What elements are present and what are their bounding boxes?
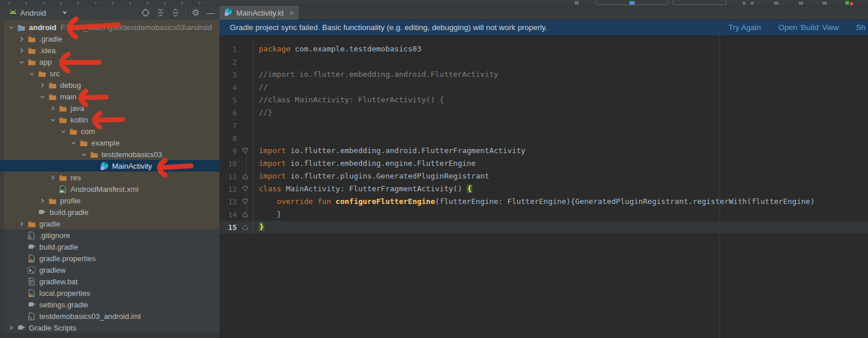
line-number[interactable]: 15 <box>219 223 237 232</box>
tree-item-androidmanifest-xml[interactable]: MFAndroidManifest.xml <box>0 183 219 195</box>
show-log-link-clipped[interactable]: Sh <box>856 23 866 32</box>
tree-item-build-gradle[interactable]: build.gradle <box>0 241 219 252</box>
project-view-selector[interactable]: Android <box>20 9 46 17</box>
tree-item-android[interactable]: androidF:\Dart_flutter\gstx\testdemobasi… <box>0 21 219 33</box>
chevron-right-icon[interactable] <box>17 46 25 54</box>
line-number[interactable]: 5 <box>219 96 237 105</box>
chevron-right-icon[interactable] <box>17 35 25 43</box>
code-line-7[interactable]: 7 <box>219 119 868 132</box>
code-line-3[interactable]: 3//import io.flutter.embedding.android.F… <box>219 68 868 81</box>
code-line-4[interactable]: 4// <box>219 81 868 94</box>
line-number[interactable]: 9 <box>219 147 237 155</box>
line-number[interactable]: 14 <box>219 210 237 219</box>
code-line-13[interactable]: 13 override fun configureFlutterEngine(f… <box>219 195 868 208</box>
tree-item-app[interactable]: app <box>0 56 219 68</box>
line-number[interactable]: 3 <box>219 70 237 79</box>
toolbar-icon-fragment <box>181 2 183 5</box>
chevron-down-icon[interactable] <box>7 23 15 31</box>
tree-item-res[interactable]: res <box>0 172 219 183</box>
chevron-down-icon[interactable] <box>69 139 77 147</box>
tree-item-com[interactable]: com <box>0 125 219 137</box>
tree-item-mainactivity[interactable]: MainActivity <box>0 160 219 172</box>
try-again-link[interactable]: Try Again <box>728 23 761 32</box>
tree-item-testdemobasics03-android-iml[interactable]: testdemobasics03_android.iml <box>0 310 219 322</box>
hide-panel-icon[interactable]: — <box>206 8 216 18</box>
tree-item-gradle[interactable]: gradle <box>0 218 219 229</box>
tree-indent-spacer <box>17 254 25 262</box>
tree-item-java[interactable]: java <box>0 102 219 114</box>
code-line-2[interactable]: 2 <box>219 55 868 68</box>
tree-item-gradlew[interactable]: gradlew <box>0 264 219 276</box>
code-line-12[interactable]: 12class MainActivity: FlutterFragmentAct… <box>219 183 868 195</box>
chevron-down-icon[interactable] <box>17 58 25 66</box>
tree-item-main[interactable]: main <box>0 91 219 102</box>
chevron-down-icon[interactable] <box>62 12 67 14</box>
chevron-down-icon[interactable] <box>59 127 67 135</box>
tree-item-gradle-scripts[interactable]: Gradle Scripts <box>0 322 219 333</box>
code-line-8[interactable]: 8 <box>219 132 868 144</box>
fold-marker-icon[interactable] <box>237 224 253 230</box>
line-number[interactable]: 8 <box>219 134 237 143</box>
tab-mainactivity-kt[interactable]: MainActivity.kt × <box>219 6 299 20</box>
locate-file-icon[interactable] <box>140 8 151 18</box>
fold-marker-icon[interactable] <box>237 186 253 192</box>
tree-item--gitignore[interactable]: .gitignore <box>0 229 219 241</box>
code-editor[interactable]: 1package com.example.testdemobasics0323/… <box>219 35 868 338</box>
tree-item-build-gradle[interactable]: build.gradle <box>0 206 219 218</box>
code-line-10[interactable]: 10import io.flutter.embedding.engine.Flu… <box>219 157 868 170</box>
code-line-15[interactable]: 15} <box>219 221 868 233</box>
line-number[interactable]: 2 <box>219 58 237 66</box>
chevron-right-icon[interactable] <box>7 324 15 332</box>
code-line-11[interactable]: 11import io.flutter.plugins.GeneratedPlu… <box>219 170 868 183</box>
code-text: class MainActivity: FlutterFragmentActiv… <box>253 183 868 195</box>
chevron-right-icon[interactable] <box>17 220 25 228</box>
tree-item--idea[interactable]: .idea <box>0 44 219 56</box>
code-line-14[interactable]: 14 } <box>219 208 868 221</box>
code-line-5[interactable]: 5//class MainActivity: FlutterActivity()… <box>219 94 868 106</box>
run-config-dropdown[interactable] <box>673 0 727 5</box>
chevron-down-icon[interactable] <box>28 69 36 77</box>
line-number[interactable]: 7 <box>219 121 237 130</box>
code-line-1[interactable]: 1package com.example.testdemobasics03 <box>219 43 868 55</box>
chevron-down-icon[interactable] <box>80 150 88 158</box>
fold-marker-icon[interactable] <box>237 211 253 217</box>
chevron-down-icon[interactable] <box>38 92 46 101</box>
tree-item-example[interactable]: example <box>0 137 219 148</box>
tree-item-gradle-properties[interactable]: gradle.properties <box>0 252 219 264</box>
line-number[interactable]: 13 <box>219 198 237 206</box>
tree-item-settings-gradle[interactable]: settings.gradle <box>0 299 219 310</box>
chevron-right-icon[interactable] <box>49 173 57 181</box>
line-number[interactable]: 6 <box>219 109 237 117</box>
code-line-9[interactable]: 9import io.flutter.embedding.android.Flu… <box>219 144 868 157</box>
line-number[interactable]: 4 <box>219 83 237 92</box>
settings-icon[interactable]: ⚙ <box>191 8 201 18</box>
tree-item-kotlin[interactable]: kotlin <box>0 114 219 125</box>
line-number[interactable]: 1 <box>219 45 237 54</box>
fold-marker-icon[interactable] <box>237 173 253 179</box>
tree-item--gradle[interactable]: .gradle <box>0 33 219 44</box>
open-build-view-link[interactable]: Open 'Build' View <box>778 23 839 32</box>
line-number[interactable]: 12 <box>219 185 237 194</box>
tree-item-label: com <box>81 127 95 136</box>
tree-item-src[interactable]: src <box>0 68 219 79</box>
fold-marker-icon[interactable] <box>237 148 253 154</box>
expand-all-icon[interactable] <box>170 8 181 18</box>
tree-item-testdemobasics03[interactable]: testdemobasics03 <box>0 148 219 160</box>
tree-item-label: build.gradle <box>50 208 88 217</box>
line-number[interactable]: 11 <box>219 172 237 181</box>
tree-item-profile[interactable]: profile <box>0 195 219 206</box>
main-toolbar-clipped <box>0 0 868 6</box>
tree-item-gradlew-bat[interactable]: gradlew.bat <box>0 276 219 287</box>
fold-marker-icon[interactable] <box>237 199 253 205</box>
chevron-right-icon[interactable] <box>49 104 57 112</box>
chevron-right-icon[interactable] <box>38 81 46 89</box>
line-number[interactable]: 10 <box>219 159 237 168</box>
chevron-right-icon[interactable] <box>38 196 46 205</box>
tree-item-debug[interactable]: debug <box>0 79 219 91</box>
code-line-6[interactable]: 6//} <box>219 106 868 119</box>
chevron-down-icon[interactable] <box>49 116 57 124</box>
collapse-all-icon[interactable] <box>155 8 166 18</box>
close-tab-icon[interactable]: × <box>289 9 294 17</box>
tree-item-local-properties[interactable]: local.properties <box>0 287 219 299</box>
module-folder-icon <box>16 23 26 32</box>
